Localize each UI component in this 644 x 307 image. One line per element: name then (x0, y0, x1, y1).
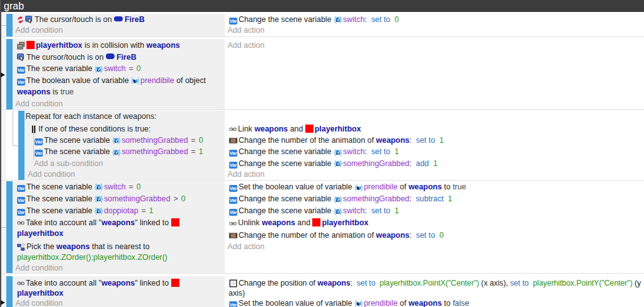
svg-text:?: ? (22, 243, 25, 248)
